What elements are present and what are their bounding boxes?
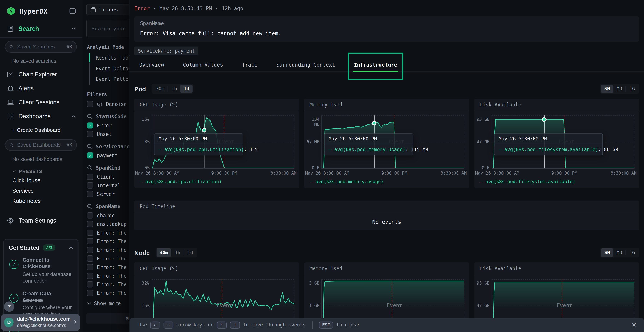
checkbox[interactable] xyxy=(87,122,93,128)
y-tick-label: 3 GB xyxy=(306,281,320,286)
divider xyxy=(312,321,312,329)
chart-title: CPU Usage (%) xyxy=(134,98,299,111)
task-desc: Start sending logs, metrics, or traces xyxy=(22,331,72,332)
sidebar-item-chart-explorer[interactable]: Chart Explorer xyxy=(0,68,82,82)
tab-infrastructure[interactable]: Infrastructure xyxy=(354,58,397,72)
tab-surrounding-context[interactable]: Surrounding Context xyxy=(276,58,335,72)
node-size-lg[interactable]: LG xyxy=(626,248,638,257)
close-icon[interactable]: ✕ xyxy=(632,321,637,328)
checkbox[interactable] xyxy=(87,131,93,137)
pod-range-30m[interactable]: 30m xyxy=(152,84,168,93)
node-range-1h[interactable]: 1h xyxy=(172,248,184,257)
tooltip-series: avg(k8s.pod.filesystem.available) xyxy=(504,146,598,152)
filter-group-label: SpanKind xyxy=(96,165,120,171)
checkbox[interactable] xyxy=(87,212,93,218)
checkbox[interactable] xyxy=(87,101,93,107)
pod-timeline-empty: No events xyxy=(134,213,639,230)
checkbox[interactable] xyxy=(87,282,93,288)
node-size-md[interactable]: MD xyxy=(613,248,626,257)
sidebar-item-label: Client Sessions xyxy=(18,99,76,106)
tooltip-value-row: — avg(k8s.pod.cpu.utilization): 11% xyxy=(154,144,243,155)
sidebar-item-services[interactable]: Services xyxy=(0,186,82,196)
node-size-sm[interactable]: SM xyxy=(601,248,614,257)
saved-searches-field[interactable] xyxy=(16,44,64,50)
help-button[interactable]: ? xyxy=(4,301,14,312)
sidebar-item-dashboards[interactable]: Dashboards xyxy=(0,109,82,123)
search-icon xyxy=(87,144,92,149)
filter-group-label: SpanName xyxy=(96,203,120,209)
chart-title: Disk Available xyxy=(474,262,639,275)
create-dashboard-button[interactable]: + Create Dashboard xyxy=(0,123,82,137)
presets-toggle[interactable]: PRESETS xyxy=(0,166,82,175)
sidebar-item-label: Search xyxy=(18,25,67,32)
no-saved-searches: No saved searches xyxy=(0,55,82,68)
x-tick-label: 8:30:00 AM xyxy=(440,170,466,176)
sidebar-item-search[interactable]: Search xyxy=(0,21,82,36)
chart-plot-area[interactable]: EventMay 26 5:30:00 PM— avg(k8s.pod.cpu.… xyxy=(152,116,294,168)
tooltip-timestamp: May 26 5:30:00 PM xyxy=(324,134,413,144)
checkbox[interactable] xyxy=(87,238,93,244)
saved-dashboards-input[interactable]: ⌘K xyxy=(5,139,77,150)
search-icon xyxy=(87,165,92,170)
checkbox[interactable] xyxy=(87,152,93,158)
checkbox[interactable] xyxy=(87,174,93,180)
y-tick-label: 93 GB xyxy=(476,117,490,122)
sidebar-collapse-icon[interactable] xyxy=(70,8,76,14)
sidebar-item-client-sessions[interactable]: Client Sessions xyxy=(0,95,82,109)
get-started-item[interactable]: ✓ Connect to ClickHouse Set up your data… xyxy=(10,257,72,284)
checkbox[interactable] xyxy=(87,247,93,253)
sidebar-item-kubernetes[interactable]: Kubernetes xyxy=(0,196,82,206)
y-tick-label: 93 GB xyxy=(476,281,490,286)
checkbox[interactable] xyxy=(87,264,93,270)
sidebar-item-alerts[interactable]: Alerts xyxy=(0,82,82,95)
checkbox[interactable] xyxy=(87,272,93,279)
event-navigation-footer: Use ← → arrow keys or k j to move throug… xyxy=(129,318,644,332)
pod-size-md[interactable]: MD xyxy=(613,84,626,93)
logo[interactable]: HyperDX xyxy=(0,0,82,21)
tab-trace[interactable]: Trace xyxy=(242,58,257,72)
checkbox[interactable] xyxy=(87,191,93,197)
tab-overview[interactable]: Overview xyxy=(139,58,164,72)
filter-option-label: Internal xyxy=(97,183,121,188)
x-axis-labels: May 26 8:30:00 AM9:00:00 PM8:30:00 AM xyxy=(152,170,294,176)
filter-option-label: Error xyxy=(97,122,112,128)
hyperdx-logo-icon xyxy=(6,6,16,16)
checkbox[interactable] xyxy=(87,182,93,188)
x-tick-label: 9:00:00 PM xyxy=(381,170,407,176)
saved-searches-input[interactable]: ⌘K xyxy=(5,41,77,52)
node-range-1d[interactable]: 1d xyxy=(184,248,196,257)
saved-dashboards-field[interactable] xyxy=(16,142,64,148)
chevron-down-icon xyxy=(87,302,91,305)
checkbox[interactable] xyxy=(87,221,93,227)
checkbox[interactable] xyxy=(87,230,93,236)
pod-size-lg[interactable]: LG xyxy=(626,84,638,93)
chevron-up-icon[interactable] xyxy=(68,246,73,249)
sidebar-item-clickhouse[interactable]: ClickHouse xyxy=(0,175,82,186)
chart-plot-area[interactable]: EventMay 26 5:30:00 PM— avg(k8s.pod.memo… xyxy=(322,116,464,168)
search-icon xyxy=(87,204,92,209)
laptop-icon xyxy=(6,100,14,105)
pod-size-sm[interactable]: SM xyxy=(601,84,614,93)
chevron-down-icon xyxy=(12,170,16,172)
sidebar-item-label: Team Settings xyxy=(18,217,76,224)
chart-body: 93 GB47 GB0 BEventMay 26 5:30:00 PM— avg… xyxy=(474,111,639,169)
node-range-30m[interactable]: 30m xyxy=(156,248,172,257)
pod-range-1d[interactable]: 1d xyxy=(180,84,193,93)
user-profile[interactable]: D dale@clickhouse.com dale@clickhouse.co… xyxy=(1,314,80,331)
span-name-value: Error: Visa cache full: cannot add new i… xyxy=(140,30,633,36)
checkbox[interactable] xyxy=(87,290,93,296)
chart-title: Memory Used xyxy=(304,98,469,111)
chart-title: CPU Usage (%) xyxy=(134,262,299,275)
service-name-tag[interactable]: ServiceName: payment xyxy=(134,46,198,56)
tab-column-values[interactable]: Column Values xyxy=(183,58,223,72)
source-select[interactable]: Traces xyxy=(86,4,133,15)
sidebar-item-team-settings[interactable]: Team Settings xyxy=(0,214,82,228)
node-size-group: SM MD LG xyxy=(600,248,639,258)
chart-plot-area[interactable]: EventMay 26 5:30:00 PM— avg(k8s.pod.file… xyxy=(492,116,634,168)
y-tick-label: 47 GB xyxy=(476,139,490,144)
pod-range-1h[interactable]: 1h xyxy=(168,84,180,93)
x-tick-label: May 26 8:30:00 AM xyxy=(305,170,349,176)
checkbox[interactable] xyxy=(87,256,93,262)
avatar: D xyxy=(4,317,14,327)
y-tick-label: 16% xyxy=(136,304,150,308)
